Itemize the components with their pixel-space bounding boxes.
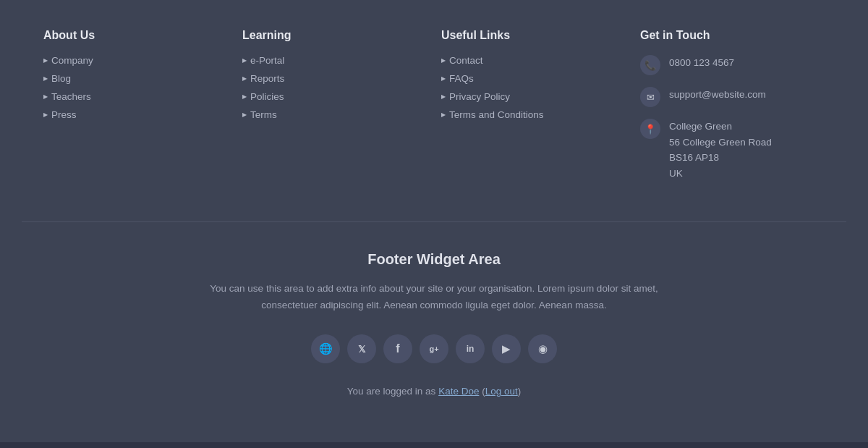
footer-col-learning-list: e-Portal Reports Policies Terms <box>242 55 427 120</box>
learning-reports-link[interactable]: Reports <box>242 73 427 84</box>
footer-col-learning: Learning e-Portal Reports Policies Terms <box>242 29 427 193</box>
about-teachers-link[interactable]: Teachers <box>43 91 228 102</box>
contact-address-item: 📍 College Green 56 College Green Road BS… <box>640 119 825 181</box>
footer-col-about-list: Company Blog Teachers Press <box>43 55 228 120</box>
footer-col-contact-heading: Get in Touch <box>640 29 825 42</box>
widget-body: You can use this area to add extra info … <box>188 281 680 314</box>
login-username[interactable]: Kate Doe <box>438 386 479 397</box>
login-status: You are logged in as Kate Doe (Log out) <box>188 384 680 400</box>
footer-col-about-heading: About Us <box>43 29 228 42</box>
list-item: Terms and Conditions <box>441 109 626 120</box>
email-icon: ✉ <box>640 87 660 107</box>
learning-eportal-link[interactable]: e-Portal <box>242 55 427 66</box>
footer-widget: Footer Widget Area You can use this area… <box>0 222 868 442</box>
linkedin-icon[interactable]: in <box>456 334 485 363</box>
twitter-icon[interactable]: 𝕏 <box>347 334 376 363</box>
list-item: Policies <box>242 91 427 102</box>
contact-phone-item: 📞 0800 123 4567 <box>640 55 825 75</box>
list-item: Privacy Policy <box>441 91 626 102</box>
globe-icon[interactable]: 🌐 <box>311 334 340 363</box>
logout-link[interactable]: Log out <box>485 386 518 397</box>
footer-col-learning-heading: Learning <box>242 29 427 42</box>
list-item: e-Portal <box>242 55 427 66</box>
footer-top: About Us Company Blog Teachers Press Lea… <box>22 0 846 221</box>
footer-col-useful-list: Contact FAQs Privacy Policy Terms and Co… <box>441 55 626 120</box>
phone-icon: 📞 <box>640 55 660 75</box>
list-item: Teachers <box>43 91 228 102</box>
footer-copyright: Copyright © Company Name <box>0 442 868 448</box>
about-press-link[interactable]: Press <box>43 109 228 120</box>
footer-col-useful-heading: Useful Links <box>441 29 626 42</box>
widget-heading: Footer Widget Area <box>22 251 846 268</box>
useful-contact-link[interactable]: Contact <box>441 55 626 66</box>
list-item: Reports <box>242 73 427 84</box>
footer-col-about: About Us Company Blog Teachers Press <box>43 29 228 193</box>
about-company-link[interactable]: Company <box>43 55 228 66</box>
instagram-icon[interactable]: ◉ <box>528 334 557 363</box>
social-icons-container: 🌐 𝕏 f g+ in ▶ ◉ <box>22 334 846 363</box>
facebook-icon[interactable]: f <box>383 334 412 363</box>
learning-policies-link[interactable]: Policies <box>242 91 427 102</box>
list-item: Company <box>43 55 228 66</box>
footer-col-contact: Get in Touch 📞 0800 123 4567 ✉ support@w… <box>640 29 825 193</box>
contact-address-text: College Green 56 College Green Road BS16… <box>669 119 772 181</box>
list-item: Contact <box>441 55 626 66</box>
googleplus-icon[interactable]: g+ <box>420 334 448 363</box>
useful-privacy-link[interactable]: Privacy Policy <box>441 91 626 102</box>
contact-phone-text: 0800 123 4567 <box>669 55 734 71</box>
login-prefix: You are logged in as <box>347 386 438 397</box>
learning-terms-link[interactable]: Terms <box>242 109 427 120</box>
list-item: FAQs <box>441 73 626 84</box>
useful-tandc-link[interactable]: Terms and Conditions <box>441 109 626 120</box>
footer-col-useful: Useful Links Contact FAQs Privacy Policy… <box>441 29 626 193</box>
list-item: Blog <box>43 73 228 84</box>
list-item: Terms <box>242 109 427 120</box>
useful-faqs-link[interactable]: FAQs <box>441 73 626 84</box>
location-icon: 📍 <box>640 119 660 139</box>
contact-email-item: ✉ support@website.com <box>640 87 825 107</box>
list-item: Press <box>43 109 228 120</box>
about-blog-link[interactable]: Blog <box>43 73 228 84</box>
youtube-icon[interactable]: ▶ <box>492 334 521 363</box>
contact-email-text: support@website.com <box>669 87 766 103</box>
